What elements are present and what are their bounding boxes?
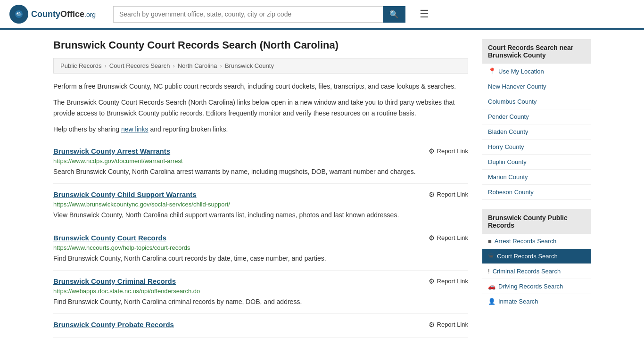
record-url-3: https://webapps.doc.state.nc.us/opi/offe…: [53, 288, 468, 295]
report-link-2[interactable]: ⚙ Report Link: [429, 234, 468, 242]
breadcrumb-public-records[interactable]: Public Records: [60, 62, 101, 69]
site-header: CountyOffice.org 🔍 ☰: [0, 0, 644, 30]
report-link-label-3: Report Link: [437, 278, 468, 285]
breadcrumb: Public Records › Court Records Search › …: [53, 58, 468, 74]
logo-text: CountyOffice.org: [31, 9, 96, 19]
report-link-label-4: Report Link: [437, 321, 468, 328]
nearby-county-4[interactable]: Horry County: [482, 140, 591, 155]
record-desc-1: View Brunswick County, North Carolina ch…: [53, 210, 468, 220]
report-link-label-2: Report Link: [437, 234, 468, 241]
public-records-link-0[interactable]: Arrest Records Search: [495, 238, 557, 245]
record-desc-0: Search Brunswick County, North Carolina …: [53, 167, 468, 177]
record-url-1: https://www.brunswickcountync.gov/social…: [53, 201, 468, 208]
nearby-county-0[interactable]: New Hanover County: [482, 79, 591, 94]
menu-icon[interactable]: ☰: [420, 8, 429, 20]
nearby-county-link-3[interactable]: Bladen County: [488, 128, 528, 135]
page-title: Brunswick County Court Records Search (N…: [53, 39, 468, 51]
public-records-link-3[interactable]: Driving Records Search: [498, 283, 563, 290]
search-input[interactable]: [113, 6, 383, 23]
record-title-4[interactable]: Brunswick County Probate Records: [53, 321, 174, 329]
record-title-1[interactable]: Brunswick County Child Support Warrants: [53, 190, 197, 198]
main-container: Brunswick County Court Records Search (N…: [44, 30, 600, 347]
report-link-icon-4: ⚙: [429, 321, 435, 329]
report-link-icon-3: ⚙: [429, 277, 435, 286]
report-link-icon-0: ⚙: [429, 147, 435, 156]
nearby-county-3[interactable]: Bladen County: [482, 124, 591, 140]
public-records-item-4[interactable]: 👤 Inmate Search: [482, 294, 591, 309]
public-records-item-3[interactable]: 🚗 Driving Records Search: [482, 279, 591, 294]
report-link-label-1: Report Link: [437, 191, 468, 198]
public-records-icon-4: 👤: [488, 298, 495, 305]
nearby-county-2[interactable]: Pender County: [482, 109, 591, 124]
search-bar[interactable]: 🔍: [113, 6, 405, 23]
record-header: Brunswick County Court Records ⚙ Report …: [53, 234, 468, 242]
report-link-0[interactable]: ⚙ Report Link: [429, 147, 468, 156]
description-2: The Brunswick County Court Records Searc…: [53, 97, 468, 118]
search-button[interactable]: 🔍: [383, 6, 405, 23]
nearby-county-1[interactable]: Columbus County: [482, 94, 591, 109]
new-links-link[interactable]: new links: [121, 125, 149, 133]
record-header: Brunswick County Probate Records ⚙ Repor…: [53, 321, 468, 329]
record-entry: Brunswick County Arrest Warrants ⚙ Repor…: [53, 140, 468, 184]
use-my-location[interactable]: 📍 Use My Location: [482, 64, 591, 79]
record-desc-2: Find Brunswick County, North Carolina co…: [53, 254, 468, 263]
report-link-3[interactable]: ⚙ Report Link: [429, 277, 468, 286]
nearby-county-link-1[interactable]: Columbus County: [488, 98, 537, 105]
record-title-0[interactable]: Brunswick County Arrest Warrants: [53, 147, 170, 155]
report-link-icon-2: ⚙: [429, 234, 435, 242]
report-link-label-0: Report Link: [437, 148, 468, 155]
description-3: Help others by sharing new links and rep…: [53, 124, 468, 134]
nearby-county-6[interactable]: Marion County: [482, 170, 591, 185]
public-records-item-1[interactable]: 🏛 Court Records Search: [482, 249, 591, 264]
public-records-header: Brunswick County Public Records: [482, 209, 591, 234]
public-records-section: Brunswick County Public Records ■ Arrest…: [482, 209, 591, 309]
breadcrumb-court-records-search[interactable]: Court Records Search: [109, 62, 170, 69]
record-entry: Brunswick County Child Support Warrants …: [53, 184, 468, 227]
public-records-icon-1: 🏛: [488, 253, 494, 260]
record-entry: Brunswick County Court Records ⚙ Report …: [53, 227, 468, 271]
public-records-link-1[interactable]: Court Records Search: [497, 253, 558, 260]
nearby-county-link-5[interactable]: Duplin County: [488, 158, 527, 165]
nearby-county-link-2[interactable]: Pender County: [488, 113, 529, 120]
breadcrumb-brunswick-county[interactable]: Brunswick County: [225, 62, 274, 69]
use-my-location-link[interactable]: Use My Location: [498, 68, 544, 75]
public-records-link-2[interactable]: Criminal Records Search: [493, 268, 561, 275]
report-link-icon-1: ⚙: [429, 190, 435, 199]
public-records-list: ■ Arrest Records Search 🏛 Court Records …: [482, 234, 591, 309]
record-header: Brunswick County Child Support Warrants …: [53, 190, 468, 199]
record-title-2[interactable]: Brunswick County Court Records: [53, 234, 166, 242]
location-pin-icon: 📍: [488, 67, 496, 75]
nearby-county-link-4[interactable]: Horry County: [488, 143, 524, 150]
record-desc-3: Find Brunswick County, North Carolina cr…: [53, 297, 468, 307]
description-1: Perform a free Brunswick County, NC publ…: [53, 81, 468, 91]
content-area: Brunswick County Court Records Search (N…: [53, 39, 468, 338]
nearby-county-link-6[interactable]: Marion County: [488, 173, 528, 181]
nearby-section: Court Records Search near Brunswick Coun…: [482, 39, 591, 200]
record-url-2: https://www.nccourts.gov/help-topics/cou…: [53, 244, 468, 251]
public-records-icon-0: ■: [488, 238, 492, 245]
report-link-1[interactable]: ⚙ Report Link: [429, 190, 468, 199]
svg-point-2: [19, 12, 20, 13]
record-entry: Brunswick County Probate Records ⚙ Repor…: [53, 314, 468, 338]
nearby-county-7[interactable]: Robeson County: [482, 185, 591, 200]
record-header: Brunswick County Criminal Records ⚙ Repo…: [53, 277, 468, 286]
public-records-icon-2: !: [488, 268, 490, 275]
nearby-counties-list: New Hanover CountyColumbus CountyPender …: [482, 79, 591, 200]
record-entry: Brunswick County Criminal Records ⚙ Repo…: [53, 271, 468, 314]
svg-point-1: [17, 13, 18, 14]
record-title-3[interactable]: Brunswick County Criminal Records: [53, 277, 176, 285]
public-records-link-4[interactable]: Inmate Search: [498, 298, 538, 305]
sidebar: Court Records Search near Brunswick Coun…: [482, 39, 591, 338]
nearby-county-link-7[interactable]: Robeson County: [488, 189, 534, 196]
records-list: Brunswick County Arrest Warrants ⚙ Repor…: [53, 140, 468, 338]
breadcrumb-north-carolina[interactable]: North Carolina: [178, 62, 217, 69]
logo[interactable]: CountyOffice.org: [9, 5, 104, 24]
report-link-4[interactable]: ⚙ Report Link: [429, 321, 468, 329]
logo-icon: [9, 5, 28, 24]
nearby-header: Court Records Search near Brunswick Coun…: [482, 39, 591, 64]
record-url-0: https://www.ncdps.gov/document/warrant-a…: [53, 157, 468, 165]
public-records-item-2[interactable]: ! Criminal Records Search: [482, 264, 591, 279]
public-records-item-0[interactable]: ■ Arrest Records Search: [482, 234, 591, 249]
nearby-county-5[interactable]: Duplin County: [482, 155, 591, 170]
nearby-county-link-0[interactable]: New Hanover County: [488, 83, 546, 90]
